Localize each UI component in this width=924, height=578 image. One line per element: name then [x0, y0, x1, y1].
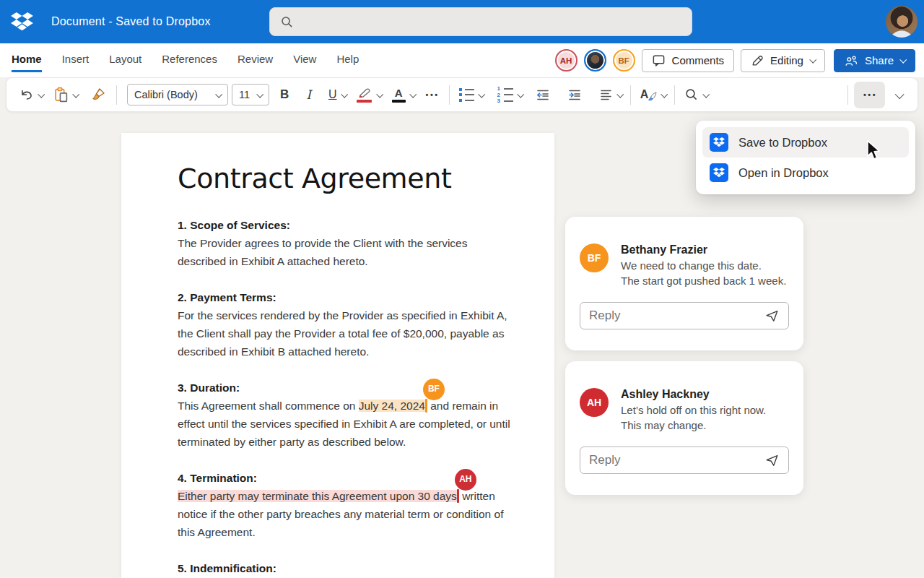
undo-menu-chevron[interactable] [38, 92, 45, 98]
undo-button[interactable] [15, 82, 38, 108]
comments-button-label: Comments [672, 54, 725, 66]
numbered-list-icon: 1 2 3 [497, 87, 513, 103]
editing-mode-button[interactable]: Editing [741, 49, 825, 72]
menu-item-open-in-dropbox[interactable]: Open in Dropbox [702, 158, 909, 188]
search-icon [280, 15, 294, 29]
comment-bubble-icon [652, 53, 666, 67]
font-color-button[interactable]: A [388, 82, 409, 108]
chevron-down-icon [661, 90, 668, 98]
section-body: The Provider agrees to provide the Clien… [178, 234, 518, 270]
comment-text-line: This may change. [621, 418, 766, 434]
send-icon[interactable] [764, 452, 780, 468]
presence-avatar-photo[interactable] [584, 49, 606, 72]
highlighted-text-date[interactable]: July 24, 2024 [359, 400, 425, 412]
section-scope: 1. Scope of Services: The Provider agree… [178, 216, 518, 270]
ribbon-tab-row: Home Insert Layout References Review Vie… [0, 43, 924, 77]
bullet-list-chevron[interactable] [478, 92, 486, 98]
comment-text-line: We need to change this date. [621, 259, 786, 274]
highlighter-icon [357, 87, 372, 98]
share-people-icon [844, 54, 858, 67]
alignment-chevron[interactable] [616, 92, 624, 98]
section-body: Either party may terminate this Agreemen… [178, 487, 518, 541]
presence-avatar-bf[interactable]: BF [613, 49, 635, 72]
tab-view[interactable]: View [293, 48, 316, 72]
comment-author: Ashley Hackney [621, 388, 766, 401]
comment-avatar-bf: BF [580, 243, 609, 272]
increase-indent-button[interactable] [564, 82, 585, 108]
send-icon[interactable] [764, 308, 780, 324]
ribbon-actions: AH BF Comments Editing Share [555, 49, 915, 72]
mouse-cursor [864, 139, 883, 161]
ribbon-tabs: Home Insert Layout References Review Vie… [12, 48, 359, 72]
numbered-list-button[interactable]: 1 2 3 [493, 82, 517, 108]
tab-insert[interactable]: Insert [62, 48, 90, 72]
divider [847, 85, 848, 105]
chevron-down-icon [376, 90, 383, 98]
increase-indent-icon [567, 88, 582, 101]
toolbar-overflow-button[interactable]: ••• [854, 82, 885, 108]
divider [116, 85, 117, 105]
more-formatting-button[interactable]: ••• [424, 82, 443, 108]
document-page[interactable]: Contract Agreement 1. Scope of Services:… [121, 133, 554, 578]
styles-brush-icon [647, 91, 657, 101]
decrease-indent-button[interactable] [532, 82, 554, 108]
tab-help[interactable]: Help [336, 48, 359, 72]
comment-header: BF Bethany Frazier We need to change thi… [580, 243, 789, 288]
find-chevron[interactable] [702, 92, 710, 98]
underline-menu-chevron[interactable] [341, 92, 349, 98]
reply-box [580, 302, 789, 329]
collapse-ribbon-button[interactable] [895, 92, 905, 98]
highlighted-text-termination[interactable]: Either party may terminate this Agreemen… [178, 490, 457, 502]
section-payment: 2. Payment Terms: For the services rende… [178, 288, 518, 361]
topbar: Document - Saved to Dropbox [0, 0, 924, 43]
tab-layout[interactable]: Layout [109, 48, 141, 72]
collab-badge-ah[interactable]: AH [455, 469, 476, 491]
chevron-down-icon [409, 90, 417, 98]
format-painter-button[interactable] [87, 82, 110, 108]
highlight-menu-chevron[interactable] [376, 92, 384, 98]
comment-header: AH Ashley Hackney Let’s hold off on this… [580, 388, 789, 433]
comment-avatar-ah: AH [580, 388, 609, 417]
styles-chevron[interactable] [661, 92, 668, 98]
paste-button[interactable] [50, 82, 72, 108]
styles-button[interactable]: A [637, 82, 661, 108]
font-color-menu-chevron[interactable] [409, 92, 417, 98]
collab-badge-bf[interactable]: BF [423, 379, 445, 400]
bullet-list-button[interactable] [456, 82, 478, 108]
dropbox-app-icon [710, 163, 728, 182]
divider [449, 85, 450, 105]
reply-input[interactable] [589, 309, 764, 323]
decrease-indent-icon [536, 88, 550, 101]
document-title-label: Document - Saved to Dropbox [51, 15, 211, 28]
chevron-down-icon [256, 90, 263, 98]
italic-button[interactable]: I [302, 82, 315, 108]
underline-button[interactable]: U [325, 82, 341, 108]
search-icon [684, 87, 699, 102]
global-search-bar[interactable] [269, 7, 692, 36]
chevron-down-icon [809, 56, 816, 64]
comments-button[interactable]: Comments [642, 49, 735, 72]
paste-menu-chevron[interactable] [72, 92, 80, 98]
chevron-down-icon [702, 90, 710, 98]
bullet-list-icon [459, 88, 474, 102]
tab-references[interactable]: References [162, 48, 217, 72]
tab-review[interactable]: Review [237, 48, 273, 72]
highlight-color-bar [357, 100, 372, 103]
collab-caret-ah: AH [457, 489, 459, 503]
tab-home[interactable]: Home [12, 48, 42, 72]
align-text-icon [599, 88, 613, 101]
alignment-button[interactable] [596, 82, 616, 108]
share-button[interactable]: Share [834, 49, 915, 72]
global-search-input[interactable] [301, 16, 681, 28]
numbered-list-chevron[interactable] [517, 92, 525, 98]
bold-button[interactable]: B [276, 82, 292, 108]
section-heading: 1. Scope of Services: [178, 216, 518, 234]
font-size-select[interactable]: 11 [232, 84, 269, 105]
user-avatar[interactable] [886, 6, 918, 38]
find-button[interactable] [681, 82, 702, 108]
text-highlight-button[interactable] [353, 82, 376, 108]
reply-input[interactable] [589, 453, 764, 467]
presence-avatar-ah[interactable]: AH [555, 49, 578, 72]
font-family-select[interactable]: Calibri (Body) [127, 84, 228, 105]
pencil-icon [751, 54, 764, 67]
